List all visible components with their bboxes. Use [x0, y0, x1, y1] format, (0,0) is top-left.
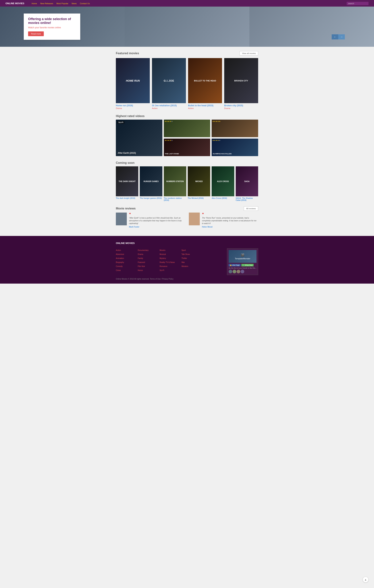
footer-link-documentary[interactable]: Documentary	[138, 249, 149, 251]
poster-2-text: G.I.JOE	[152, 58, 186, 103]
featured-movies-grid: HOME RUN Home run (2016) Drama G.I.JOE G…	[116, 58, 258, 109]
avatar-1	[116, 212, 127, 225]
footer-grid: ONLINE MOVIES Action Adventure Animation…	[116, 242, 258, 280]
footer-like-button[interactable]: 👍 Like Page	[229, 264, 241, 266]
footer-link-war[interactable]: War	[182, 261, 185, 263]
read-more-button[interactable]: Read more	[28, 32, 44, 36]
all-reviews-button[interactable]: All reviews	[244, 206, 258, 211]
hero-next-button[interactable]: →	[338, 34, 345, 40]
hero-prev-button[interactable]: ←	[332, 34, 338, 40]
list-item[interactable]: BULLET TO THE HEAD Bullet to the head (2…	[188, 58, 222, 109]
review-text-2: The "Home Run" movie, presented on your …	[202, 217, 258, 225]
coming-title-5: Alex Cross (2016)	[212, 197, 234, 199]
coming-soon-grid: THE DARK KNIGHT The dark knight (2016) H…	[116, 166, 258, 201]
footer-link-western[interactable]: Western	[182, 265, 188, 267]
footer-link-scifi[interactable]: Sci-Fi	[160, 269, 164, 271]
review-author-1: Mark Foster	[129, 226, 185, 228]
footer-link-sport[interactable]: Sport	[182, 249, 186, 251]
list-item[interactable]: ALEX CROSS Alex Cross (2016)	[212, 166, 234, 201]
nav-home[interactable]: Home	[31, 2, 37, 5]
footer-copyright: Online Movies © 2016 All rights reserved…	[116, 278, 258, 280]
coming-title-6: SAGA: The Shadow Cabal (2016)	[236, 197, 258, 201]
search-input[interactable]	[347, 2, 369, 5]
list-item[interactable]: BROKEN CITY Broken city (2015) Drama	[224, 58, 258, 109]
nav-links: Home New Releases Most Popular News Cont…	[31, 2, 347, 5]
movie-genre-2: Action	[152, 107, 186, 109]
coming-title-2: The hunger games (2016)	[140, 197, 162, 199]
hero-subtitle: Watch your favorite movies online	[28, 26, 76, 29]
rated-genre-label: Sci-Fi	[117, 121, 124, 124]
coming-poster-4: WICKED	[188, 166, 210, 196]
coming-title-4: The Wicked (2016)	[188, 197, 210, 199]
coming-title-3: The numbers station (2016)	[164, 197, 186, 201]
featured-section-header: Featured movies View all movies	[116, 51, 258, 55]
footer-link-thriller[interactable]: Thriller	[182, 257, 187, 259]
footer-columns: Action Adventure Animation Biography Com…	[116, 248, 223, 275]
footer-link-movies[interactable]: Movies	[160, 249, 165, 251]
list-item[interactable]: SAGA SAGA: The Shadow Cabal (2016)	[236, 166, 258, 201]
rated-small-card-2[interactable]: ★★★★★	[212, 120, 258, 137]
footer-link-animation[interactable]: Animation	[116, 257, 124, 259]
list-item[interactable]: WICKED The Wicked (2016)	[188, 166, 210, 201]
reviews-title: Movie reviews	[116, 207, 136, 210]
nav-contact[interactable]: Contact Us	[80, 2, 90, 5]
nav-most-popular[interactable]: Most Popular	[57, 2, 68, 5]
coming-soon-title: Coming soon	[116, 161, 134, 165]
footer-link-talk-show[interactable]: Talk Show	[182, 253, 190, 255]
list-item[interactable]: HUNGER GAMES The hunger games (2016)	[140, 166, 162, 201]
hero-title: Offering a wide selection of movies onli…	[28, 17, 76, 25]
footer-link-biography[interactable]: Biography	[116, 261, 124, 263]
rated-big-card[interactable]: Sci-Fi After Earth (2015)	[116, 120, 162, 156]
hero-face-2	[125, 7, 249, 47]
footer-link-comedy[interactable]: Comedy	[116, 265, 123, 267]
movie-genre-3: Action	[188, 107, 222, 109]
footer-link-horror[interactable]: Horror	[138, 269, 143, 271]
coming-poster-6: SAGA	[236, 166, 258, 196]
coming-poster-5: ALEX CROSS	[212, 166, 234, 196]
avatar-2	[189, 212, 200, 225]
list-item[interactable]: G.I.JOE GI Joe retaliation (2015) Action	[152, 58, 186, 109]
footer-link-crime[interactable]: Crime	[116, 269, 121, 271]
footer-link-drama[interactable]: Drama	[138, 253, 143, 255]
highest-rated-header: Highest rated videos	[116, 115, 258, 118]
nav-search	[347, 2, 369, 5]
list-item[interactable]: HOME RUN Home run (2016) Drama	[116, 58, 150, 109]
footer-widget: 🎬 TemplateMonster 👍 Like Page 🛒 Shop Now…	[227, 248, 258, 275]
nav-logo: ONLINE MOVIES	[5, 2, 24, 5]
review-body-1: ❝ "After Earth" is how a perfect sci-fi …	[129, 212, 185, 228]
footer-link-mystery[interactable]: Mystery	[160, 257, 166, 259]
footer-link-featured[interactable]: Featured	[138, 261, 145, 263]
review-text-1: "After Earth" is how a perfect sci-fi fi…	[129, 217, 185, 225]
footer-link-adventure[interactable]: Adventure	[116, 253, 124, 255]
hero-face-3	[249, 7, 374, 47]
footer-shop-button[interactable]: 🛒 Shop Now	[241, 264, 253, 266]
footer-link-romance[interactable]: Romance	[160, 265, 167, 267]
poster-4-text: BROKEN CITY	[224, 58, 258, 103]
view-all-movies-button[interactable]: View all movies	[240, 51, 258, 55]
rated-small-card-1[interactable]: ★★★★★	[164, 120, 210, 137]
rated-big-title: After Earth (2015)	[118, 152, 136, 154]
nav-new-releases[interactable]: New Releases	[40, 2, 53, 5]
footer-link-film-noir[interactable]: Film Noir	[138, 265, 145, 267]
footer-col-4: Sport Talk Show Thriller War Western	[182, 248, 202, 275]
footer-link-musical[interactable]: Musical	[160, 253, 166, 255]
review-card-2: ❝ The "Home Run" movie, presented on you…	[189, 212, 258, 228]
movie-title-2: GI Joe retaliation (2015)	[152, 104, 186, 107]
footer-link-family[interactable]: Family	[138, 257, 143, 259]
rated-small-card-4[interactable]: ★★★★★ OLYMPUS HAS FALLEN	[212, 139, 258, 156]
highest-rated-title: Highest rated videos	[116, 115, 144, 118]
footer-widget-text: 👍 Like Page 🛒 Shop Now Be the first of y…	[229, 264, 256, 273]
footer-col-1: Action Adventure Animation Biography Com…	[116, 248, 136, 275]
footer-link-reality[interactable]: Reality TV & News	[160, 261, 175, 263]
main-nav: ONLINE MOVIES Home New Releases Most Pop…	[0, 0, 374, 7]
rated-small-card-3[interactable]: ★★★★★ THE LAST STAND	[164, 139, 210, 156]
list-item[interactable]: NUMBERS STATION The numbers station (201…	[164, 166, 186, 201]
site-footer: ONLINE MOVIES Action Adventure Animation…	[0, 236, 374, 284]
hero-section: Offering a wide selection of movies onli…	[0, 7, 374, 47]
nav-news[interactable]: News	[71, 2, 77, 5]
poster-3-text: BULLET TO THE HEAD	[188, 58, 222, 103]
quote-mark-1: ❝	[129, 212, 185, 216]
footer-link-action[interactable]: Action	[116, 249, 121, 251]
list-item[interactable]: THE DARK KNIGHT The dark knight (2016)	[116, 166, 138, 201]
coming-title-1: The dark knight (2016)	[116, 197, 138, 199]
